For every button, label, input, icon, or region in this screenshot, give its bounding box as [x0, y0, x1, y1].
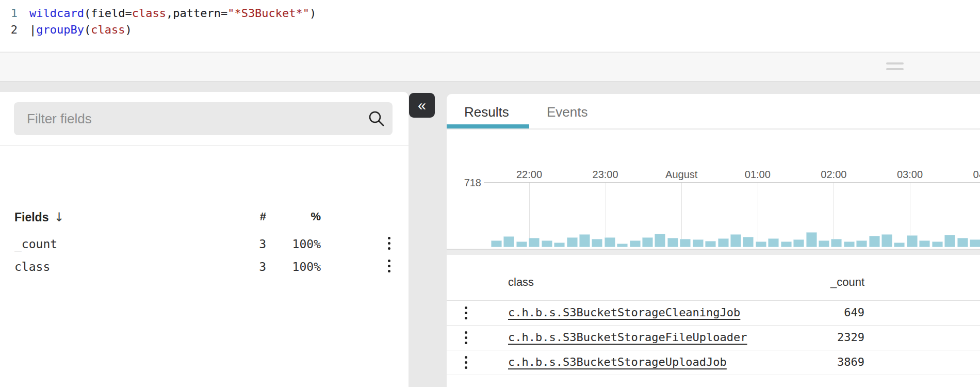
histogram-bar: [806, 232, 817, 247]
count-value: 649: [782, 306, 864, 319]
kebab-menu-icon[interactable]: [461, 306, 470, 320]
field-row: class3100%: [0, 255, 409, 278]
x-axis-tick-label: 22:00: [509, 169, 550, 181]
histogram-bar: [793, 239, 804, 247]
histogram-bar: [693, 239, 704, 247]
histogram-bar: [579, 234, 590, 247]
histogram-bar: [529, 238, 540, 247]
histogram-bar: [819, 240, 829, 247]
table-header-row: class _count: [447, 255, 980, 301]
histogram-bar: [844, 241, 855, 247]
histogram-bar: [907, 235, 918, 247]
gridline: [681, 183, 682, 247]
event-histogram[interactable]: 718 22:0023:00August01:0002:0003:0004:00: [447, 130, 980, 250]
fields-sort-header[interactable]: Fields↓: [14, 210, 64, 224]
histogram-bar: [932, 241, 943, 247]
table-header-class: class: [508, 276, 534, 289]
histogram-bar: [630, 240, 641, 247]
query-line: |groupBy(class): [29, 22, 132, 38]
x-axis-tick-label: August: [661, 169, 702, 181]
histogram-bar: [680, 239, 691, 247]
gridline: [758, 183, 758, 247]
histogram-bar: [881, 234, 892, 247]
query-editor[interactable]: 1wildcard(field=class,pattern="*S3Bucket…: [0, 0, 980, 52]
kebab-menu-icon[interactable]: [461, 331, 470, 345]
field-name: _count: [14, 237, 57, 251]
class-value-link[interactable]: c.h.b.s.S3BucketStorageUploadJob: [508, 356, 727, 368]
table-header-count: _count: [782, 276, 864, 289]
sort-desc-icon: ↓: [54, 210, 64, 224]
histogram-bar: [592, 239, 602, 247]
kebab-menu-icon[interactable]: [384, 236, 394, 251]
column-header-count: #: [235, 210, 266, 223]
field-row: _count3100%: [0, 232, 409, 255]
query-line: wildcard(field=class,pattern="*S3Bucket*…: [29, 6, 316, 21]
filter-fields-input[interactable]: [14, 102, 393, 135]
count-value: 2329: [782, 331, 864, 344]
histogram-bar: [718, 238, 729, 247]
results-table: class _count c.h.b.s.S3BucketStorageClea…: [447, 255, 980, 375]
table-row: c.h.b.s.S3BucketStorageUploadJob3869: [447, 350, 980, 375]
fields-list: Fields↓ # % _count3100%class3100%: [0, 146, 409, 387]
histogram-bar: [831, 239, 842, 247]
collapse-panel-button[interactable]: «: [409, 93, 435, 118]
histogram-bar: [655, 234, 665, 247]
histogram-bar: [617, 244, 628, 247]
x-axis-line: [484, 182, 980, 183]
histogram-bar: [491, 240, 502, 247]
histogram-bar: [856, 240, 867, 247]
filter-section: [0, 92, 409, 146]
x-axis-tick-label: 01:00: [737, 169, 778, 181]
histogram-bar: [869, 236, 880, 247]
tab-results[interactable]: Results: [464, 104, 509, 120]
class-value-link[interactable]: c.h.b.s.S3BucketStorageFileUploader: [508, 331, 747, 344]
x-axis-tick-label: 02:00: [813, 169, 854, 181]
field-count: 3: [235, 260, 266, 273]
panel-divider: [447, 250, 980, 255]
field-name: class: [14, 260, 50, 273]
histogram-bar: [756, 241, 766, 247]
kebab-menu-icon[interactable]: [461, 356, 470, 370]
table-row: c.h.b.s.S3BucketStorageFileUploader2329: [447, 326, 980, 350]
field-percent: 100%: [279, 260, 321, 273]
histogram-bar: [667, 238, 678, 247]
kebab-menu-icon[interactable]: [384, 259, 394, 273]
results-panel: Results Events 718 22:0023:00August01:00…: [447, 94, 980, 387]
fields-panel: Fields↓ # % _count3100%class3100%: [0, 92, 409, 387]
tab-events[interactable]: Events: [547, 104, 588, 120]
fields-header-label: Fields: [14, 211, 48, 224]
histogram-bar: [944, 235, 955, 247]
table-row: c.h.b.s.S3BucketStorageCleaningJob649: [447, 301, 980, 326]
count-value: 3869: [782, 356, 864, 368]
gridline: [834, 183, 834, 247]
histogram-bar: [503, 236, 514, 247]
histogram-bar: [743, 237, 754, 247]
histogram-bar: [781, 241, 792, 247]
histogram-bar: [605, 237, 615, 247]
histogram-bar: [542, 240, 552, 247]
line-number: 1: [0, 6, 18, 21]
x-axis-tick-label: 03:00: [889, 169, 930, 181]
histogram-bar: [705, 241, 716, 247]
histogram-bar: [730, 234, 741, 247]
y-axis-max-label: 718: [453, 177, 481, 189]
histogram-bar: [894, 243, 905, 247]
toolbar-strip: [0, 53, 980, 82]
histogram-bar: [516, 241, 527, 247]
histogram-bar: [957, 238, 968, 247]
histogram-bar: [768, 238, 779, 247]
drag-handle-icon[interactable]: [886, 62, 904, 71]
histogram-bar: [554, 243, 565, 247]
active-tab-underline: [447, 124, 529, 128]
x-axis-tick-label: 04:00: [966, 169, 980, 181]
histogram-bar: [970, 239, 980, 247]
field-percent: 100%: [279, 237, 321, 251]
tab-bar: Results Events: [447, 94, 980, 130]
line-number: 2: [0, 22, 18, 38]
histogram-bar: [919, 240, 930, 247]
histogram-bar: [642, 237, 653, 247]
class-value-link[interactable]: c.h.b.s.S3BucketStorageCleaningJob: [508, 306, 740, 319]
histogram-bar: [567, 237, 578, 247]
x-axis-tick-label: 23:00: [585, 169, 626, 181]
field-count: 3: [235, 237, 266, 251]
